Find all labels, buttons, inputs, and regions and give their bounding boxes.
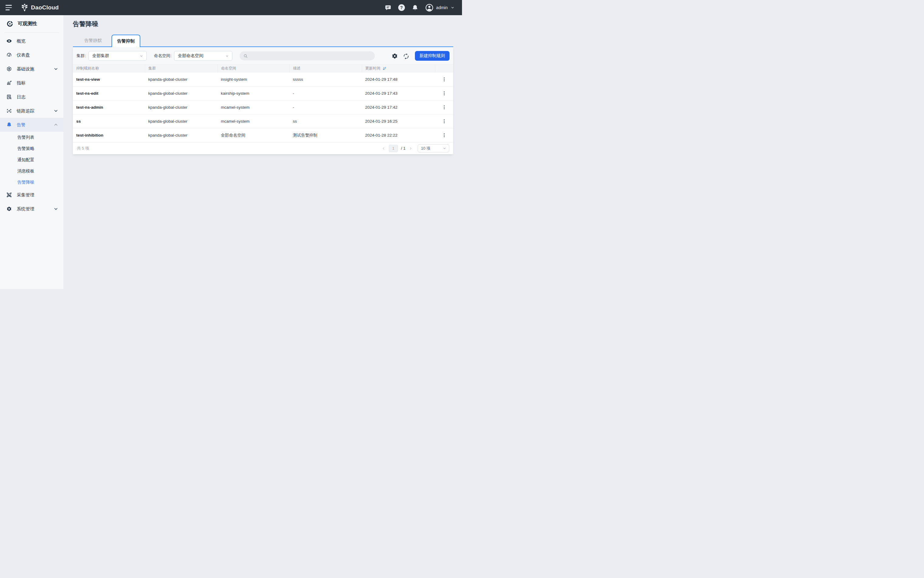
sidebar-header: 可观测性 (0, 15, 63, 32)
page-count: / 1 (401, 146, 405, 151)
cluster-filter-label: 集群: (76, 53, 86, 58)
cluster-select[interactable]: 全部集群 (88, 51, 147, 61)
cell-updated: 2024-01-29 17:43 (362, 86, 435, 101)
tab-alert-silence[interactable]: 告警静默 (79, 35, 107, 47)
namespace-select[interactable]: 全部命名空间 (174, 51, 233, 61)
namespace-filter-label: 命名空间: (154, 53, 172, 58)
table-header-row: 抑制规则名称 集群 命名空间 描述 更新时间 (73, 65, 453, 73)
column-header-cluster: 集群 (145, 65, 218, 73)
sidebar-item-system-management[interactable]: 系统管理 (0, 202, 63, 216)
alert-bell-icon (7, 122, 12, 128)
search-input[interactable] (250, 54, 371, 58)
row-actions-button[interactable] (439, 75, 449, 84)
next-page-button[interactable] (408, 146, 413, 151)
help-icon[interactable] (398, 4, 405, 11)
daocloud-logo: DaoCloud (21, 4, 59, 12)
cell-cluster: kpanda-global-cluster (145, 128, 218, 142)
page-number-input[interactable] (389, 145, 398, 152)
infrastructure-cube-icon (7, 66, 12, 71)
page-size-select[interactable]: 10 项 (418, 144, 449, 153)
settings-gear-icon[interactable] (391, 52, 398, 60)
sidebar-item-logs[interactable]: 日志 (0, 90, 63, 104)
sidebar: 可观测性 概览 仪表盘 基础设施 指标 日志 链路追踪 告警 告警列表 告警策略… (0, 15, 64, 289)
column-header-description: 描述 (290, 65, 362, 73)
alert-inhibition-panel: 集群: 全部集群 命名空间: 全部命名空间 新建抑制规则 (73, 47, 453, 154)
row-actions-button[interactable] (439, 117, 449, 126)
sidebar-item-alert-list[interactable]: 告警列表 (0, 132, 63, 143)
cell-updated: 2024-01-29 17:42 (362, 101, 435, 114)
observability-icon (6, 20, 14, 28)
message-icon[interactable] (385, 5, 391, 11)
chevron-down-icon (53, 66, 59, 71)
table-row: test-inhibition kpanda-global-cluster 全部… (73, 128, 453, 142)
cell-namespace: mcamel-system (218, 114, 290, 128)
chevron-down-icon (53, 206, 59, 212)
table-footer: 共 5 项 / 1 10 项 (73, 142, 453, 154)
cell-namespace: 全部命名空间 (218, 128, 290, 142)
sidebar-item-notification-config[interactable]: 通知配置 (0, 154, 63, 166)
avatar-icon (425, 4, 433, 12)
sidebar-item-collection-management[interactable]: 采集管理 (0, 188, 63, 202)
cell-description: 测试告警抑制 (290, 128, 362, 142)
cluster-select-value: 全部集群 (92, 53, 109, 58)
user-menu[interactable]: admin (425, 4, 455, 12)
column-header-namespace: 命名空间 (218, 65, 290, 73)
column-header-updated[interactable]: 更新时间 (362, 65, 435, 73)
sidebar-item-overview[interactable]: 概览 (0, 34, 63, 48)
cell-updated: 2024-01-29 16:25 (362, 114, 435, 128)
table-row: test-ns-admin kpanda-global-cluster mcam… (73, 101, 453, 114)
sidebar-item-alerts[interactable]: 告警 (0, 118, 63, 132)
row-actions-button[interactable] (439, 131, 449, 140)
logs-document-icon (7, 94, 12, 99)
cell-cluster: kpanda-global-cluster (145, 101, 218, 114)
cell-cluster: kpanda-global-cluster (145, 86, 218, 101)
table-row: test-ns-edit kpanda-global-cluster kairs… (73, 86, 453, 101)
cell-description: ss (290, 114, 362, 128)
chevron-right-icon (408, 146, 413, 151)
sidebar-item-message-template[interactable]: 消息模板 (0, 166, 63, 177)
username: admin (436, 5, 448, 10)
cell-namespace: mcamel-system (218, 101, 290, 114)
kebab-menu-icon (442, 77, 447, 82)
notification-icon[interactable] (412, 5, 418, 11)
row-actions-button[interactable] (439, 89, 449, 98)
sidebar-item-infrastructure[interactable]: 基础设施 (0, 62, 63, 76)
create-inhibition-rule-button[interactable]: 新建抑制规则 (415, 51, 449, 61)
table-row: ss kpanda-global-cluster mcamel-system s… (73, 114, 453, 128)
sidebar-item-dashboard[interactable]: 仪表盘 (0, 48, 63, 62)
cell-rule-name: test-inhibition (73, 128, 145, 142)
refresh-icon[interactable] (402, 52, 410, 60)
kebab-menu-icon (442, 91, 447, 96)
prev-page-button[interactable] (382, 146, 386, 151)
search-box (240, 51, 375, 60)
cell-description: - (290, 86, 362, 101)
sidebar-title: 可观测性 (18, 21, 37, 27)
sidebar-item-alert-policy[interactable]: 告警策略 (0, 143, 63, 154)
chevron-left-icon (382, 146, 386, 151)
row-actions-button[interactable] (439, 103, 449, 112)
collection-management-icon (7, 192, 12, 198)
cell-rule-name: ss (73, 114, 145, 128)
inhibition-rules-table: 抑制规则名称 集群 命名空间 描述 更新时间 test-ns-view (73, 64, 453, 142)
namespace-select-value: 全部命名空间 (178, 53, 203, 58)
tab-alert-inhibition[interactable]: 告警抑制 (111, 35, 140, 47)
table-row: test-ns-view kpanda-global-cluster insig… (73, 73, 453, 86)
cell-rule-name: test-ns-admin (73, 101, 145, 114)
menu-toggle-icon[interactable] (5, 4, 12, 11)
divider (5, 32, 59, 33)
chevron-up-icon (53, 122, 59, 128)
cell-rule-name: test-ns-edit (73, 86, 145, 101)
sidebar-item-metrics[interactable]: 指标 (0, 76, 63, 90)
kebab-menu-icon (442, 119, 447, 124)
sidebar-item-alert-noise-reduction[interactable]: 告警降噪 (0, 177, 63, 188)
pagination: / 1 10 项 (382, 144, 449, 153)
cell-namespace: kairship-system (218, 86, 290, 101)
sort-descending-icon (382, 67, 386, 70)
sidebar-item-tracing[interactable]: 链路追踪 (0, 104, 63, 118)
daocloud-logo-icon (21, 4, 28, 12)
chevron-down-icon (225, 54, 229, 58)
cell-namespace: insight-system (218, 73, 290, 86)
tab-bar: 告警静默 告警抑制 (73, 35, 453, 47)
total-count: 共 5 项 (77, 146, 89, 151)
column-header-rule-name: 抑制规则名称 (73, 65, 145, 73)
